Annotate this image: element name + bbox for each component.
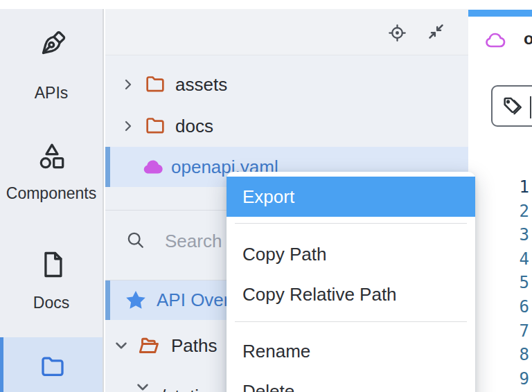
cloud-outline-icon (484, 28, 508, 55)
sidebar-item-label: Docs (0, 294, 103, 312)
line-number: 1 (468, 175, 529, 199)
tags-icon (501, 94, 524, 121)
line-number: 2 (468, 199, 529, 224)
menu-item-delete[interactable]: Delete (227, 371, 475, 392)
menu-item-copy-relative-path[interactable]: Copy Relative Path (227, 274, 475, 315)
sidebar-item-label: APIs (0, 84, 103, 103)
line-number: 3 (468, 223, 529, 247)
folder-open-icon (136, 333, 161, 361)
tree-item-label: docs (175, 106, 213, 146)
menu-item-rename[interactable]: Rename (227, 331, 475, 371)
outline-item-label: /stations (161, 367, 228, 392)
menu-item-copy-path[interactable]: Copy Path (227, 234, 475, 274)
selection-bar (105, 280, 110, 320)
line-number: 5 (468, 271, 529, 295)
explorer-toolbar (105, 9, 468, 55)
button-divider (530, 96, 531, 118)
menu-item-export[interactable]: Export (227, 177, 475, 217)
chevron-down-icon[interactable] (134, 378, 152, 392)
folder-icon (38, 353, 67, 384)
app-window: APIs Components Docs (0, 0, 532, 392)
menu-divider (235, 321, 467, 322)
pen-nib-icon (36, 28, 68, 63)
line-number: 7 (468, 319, 529, 344)
line-number: 9 (468, 367, 529, 391)
folder-closed-icon (143, 114, 167, 141)
line-number: 8 (468, 343, 529, 367)
cloud-icon (141, 154, 167, 183)
tags-button[interactable] (491, 85, 532, 127)
folder-closed-icon (143, 73, 167, 99)
star-icon (123, 288, 148, 316)
window-top-strip (0, 0, 532, 9)
sidebar-item-label: Components (0, 184, 103, 203)
selection-bar (105, 147, 110, 187)
tree-row-docs[interactable]: docs (105, 106, 468, 146)
document-icon (37, 249, 68, 283)
file-name-heading: openapi.yaml (524, 27, 532, 51)
locate-icon[interactable] (388, 24, 407, 45)
line-number: 4 (468, 247, 529, 271)
chevron-down-icon[interactable] (112, 337, 130, 357)
activity-bar: APIs Components Docs (0, 9, 104, 392)
line-number: 6 (468, 295, 529, 319)
context-menu: Export Copy Path Copy Relative Path Rena… (227, 172, 475, 392)
outline-item-label: Paths (171, 326, 218, 366)
shapes-icon (36, 141, 68, 175)
editor-panel: openapi.yaml 1 2 3 4 5 6 7 8 9 (468, 0, 532, 392)
tree-item-label: assets (175, 64, 227, 105)
tree-row-assets[interactable]: assets (105, 64, 468, 105)
chevron-right-icon[interactable] (120, 76, 136, 96)
collapse-icon[interactable] (427, 22, 445, 44)
menu-divider (235, 223, 467, 224)
sidebar-item-files[interactable] (0, 337, 103, 392)
chevron-right-icon[interactable] (120, 118, 136, 137)
search-icon (125, 230, 145, 253)
active-tab-indicator[interactable] (468, 10, 532, 17)
